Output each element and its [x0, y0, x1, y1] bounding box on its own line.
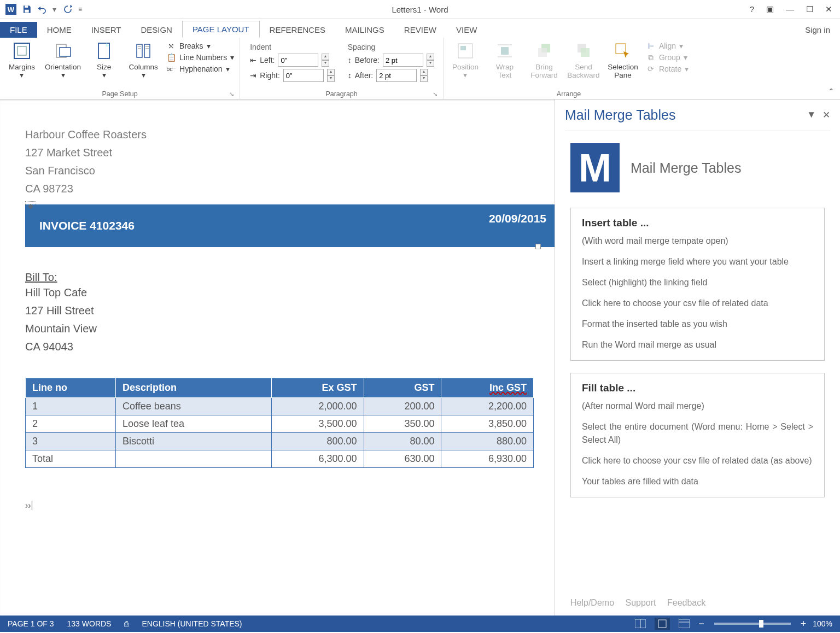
send-backward-button[interactable]: Send Backward	[565, 39, 602, 79]
tab-mailings[interactable]: MAILINGS	[335, 22, 394, 38]
indent-header: Indent	[250, 43, 334, 51]
qat-customize-icon[interactable]: ≡	[78, 7, 83, 12]
table-row[interactable]: 3Biscotti800.0080.00880.00	[26, 433, 534, 450]
pane-brand: M Mail Merge Tables	[570, 143, 825, 192]
selection-pane-button[interactable]: Selection Pane	[604, 39, 641, 79]
size-icon	[94, 41, 114, 61]
tab-design[interactable]: DESIGN	[131, 22, 182, 38]
invoice-number: INVOICE 4102346	[39, 219, 135, 232]
table-row[interactable]: 2Loose leaf tea3,500.00350.003,850.00	[26, 415, 534, 433]
invoice-date: 20/09/2015	[489, 212, 546, 225]
indent-left-row: ⇤ Left: ▴▾	[250, 54, 334, 67]
minimize-icon[interactable]: —	[786, 4, 794, 14]
group-arrange: Position▾ Wrap Text Bring Forward Send B…	[444, 38, 694, 99]
zoom-slider[interactable]	[714, 623, 791, 625]
maximize-icon[interactable]: ☐	[806, 4, 813, 14]
zoom-level[interactable]: 100%	[813, 619, 832, 628]
document-area[interactable]: Harbour Coffee Roasters 127 Market Stree…	[0, 99, 555, 616]
insert-table-heading[interactable]: Insert table ...	[582, 217, 813, 229]
wrap-text-button[interactable]: Wrap Text	[486, 39, 523, 79]
language-indicator[interactable]: ENGLISH (UNITED STATES)	[142, 619, 242, 628]
titlebar: W ▾ ≡ Letters1 - Word ? ▣ — ☐ ✕	[0, 0, 840, 19]
choose-csv-link[interactable]: Click here to choose your csv file of re…	[582, 297, 813, 310]
ribbon-tabs: FILE HOME INSERT DESIGN PAGE LAYOUT REFE…	[0, 19, 840, 38]
position-button[interactable]: Position▾	[447, 39, 484, 79]
indent-left-input[interactable]	[278, 54, 318, 67]
web-layout-icon[interactable]	[676, 618, 692, 630]
tab-home[interactable]: HOME	[37, 22, 81, 38]
columns-icon	[133, 41, 153, 61]
spacing-after-input[interactable]	[376, 69, 417, 82]
bill-to-label: Bill To:	[25, 271, 529, 284]
indent-right-input[interactable]	[283, 69, 324, 82]
indent-right-row: ⇥ Right: ▴▾	[250, 69, 334, 82]
line-numbers-button[interactable]: 📋Line Numbers ▾	[166, 52, 234, 63]
close-icon[interactable]: ✕	[825, 4, 832, 14]
help-link[interactable]: Help/Demo	[570, 598, 614, 607]
pane-footer: Help/Demo Support Feedback	[565, 593, 830, 616]
tab-references[interactable]: REFERENCES	[260, 22, 336, 38]
spacing-header: Spacing	[348, 43, 433, 51]
svg-rect-1	[25, 10, 29, 13]
pane-menu-icon[interactable]: ▼	[807, 109, 816, 121]
content-area: Harbour Coffee Roasters 127 Market Stree…	[0, 99, 840, 616]
page-setup-launcher-icon[interactable]: ↘	[229, 91, 234, 98]
svg-rect-21	[581, 48, 590, 57]
tab-file[interactable]: FILE	[0, 22, 37, 38]
rotate-button[interactable]: ⟳Rotate ▾	[646, 63, 689, 74]
undo-icon[interactable]	[37, 4, 47, 14]
align-button[interactable]: ⊫Align ▾	[646, 40, 689, 51]
help-icon[interactable]: ?	[750, 4, 754, 14]
table-row[interactable]: 1Coffee beans2,000.00200.002,200.00	[26, 398, 534, 415]
svg-rect-15	[501, 47, 509, 55]
support-link[interactable]: Support	[625, 598, 656, 607]
group-button[interactable]: ⧉Group ▾	[646, 52, 689, 63]
choose-csv-link-2[interactable]: Click here to choose your csv file of re…	[582, 454, 813, 467]
indent-left-spinner[interactable]: ▴▾	[322, 54, 328, 67]
pane-close-icon[interactable]: ✕	[822, 109, 830, 121]
save-icon[interactable]	[22, 4, 32, 14]
spacing-before-input[interactable]	[383, 54, 423, 67]
qat-dropdown-icon[interactable]: ▾	[52, 7, 57, 12]
insert-table-card: Insert table ... (With word mail merge t…	[570, 208, 825, 361]
bring-forward-button[interactable]: Bring Forward	[526, 39, 563, 79]
tab-review[interactable]: REVIEW	[394, 22, 446, 38]
word-count[interactable]: 133 WORDS	[67, 619, 112, 628]
margins-button[interactable]: Margins▾	[3, 39, 40, 79]
table-resize-handle-icon[interactable]	[535, 244, 541, 249]
tab-insert[interactable]: INSERT	[81, 22, 131, 38]
collapse-ribbon-icon[interactable]: ⌃	[828, 87, 835, 96]
svg-rect-14	[460, 46, 466, 50]
spacing-before-spinner[interactable]: ▴▾	[427, 54, 433, 67]
size-button[interactable]: Size▾	[85, 39, 122, 79]
print-layout-icon[interactable]	[655, 618, 670, 630]
invoice-table[interactable]: Line no Description Ex GST GST Inc GST 1…	[25, 378, 534, 468]
feedback-link[interactable]: Feedback	[667, 598, 705, 607]
page-indicator[interactable]: PAGE 1 OF 3	[8, 619, 54, 628]
indent-right-spinner[interactable]: ▴▾	[327, 69, 334, 82]
paragraph-launcher-icon[interactable]: ↘	[433, 91, 438, 98]
status-bar: PAGE 1 OF 3 133 WORDS ⎙ ENGLISH (UNITED …	[0, 616, 840, 632]
spellcheck-icon[interactable]: ⎙	[124, 619, 129, 628]
read-mode-icon[interactable]	[633, 618, 648, 630]
window-controls: ? ▣ — ☐ ✕	[750, 4, 840, 14]
table-total-row[interactable]: Total6,300.00630.006,930.00	[26, 450, 534, 468]
task-pane: Mail Merge Tables ▼ ✕ M Mail Merge Table…	[555, 99, 840, 616]
zoom-in-button[interactable]: +	[801, 618, 807, 630]
ribbon-display-icon[interactable]: ▣	[766, 4, 774, 14]
zoom-out-button[interactable]: −	[698, 618, 704, 630]
fill-table-heading[interactable]: Fill table ...	[582, 382, 813, 394]
receiver-block: Hill Top Cafe 127 Hill Street Mountain V…	[25, 284, 529, 356]
breaks-button[interactable]: ⤲Breaks ▾	[166, 40, 234, 51]
tab-view[interactable]: VIEW	[446, 22, 487, 38]
redo-icon[interactable]	[63, 4, 73, 14]
selection-pane-icon	[613, 41, 633, 61]
columns-button[interactable]: Columns▾	[125, 39, 162, 79]
signin-link[interactable]: Sign in	[795, 22, 840, 38]
hyphenation-button[interactable]: bc⁻Hyphenation ▾	[166, 63, 234, 74]
tab-pagelayout[interactable]: PAGE LAYOUT	[182, 21, 260, 38]
group-label-paragraph: Paragraph	[325, 90, 357, 98]
align-icon: ⊫	[646, 41, 656, 51]
orientation-button[interactable]: Orientation▾	[43, 39, 83, 79]
spacing-after-spinner[interactable]: ▴▾	[420, 69, 427, 82]
